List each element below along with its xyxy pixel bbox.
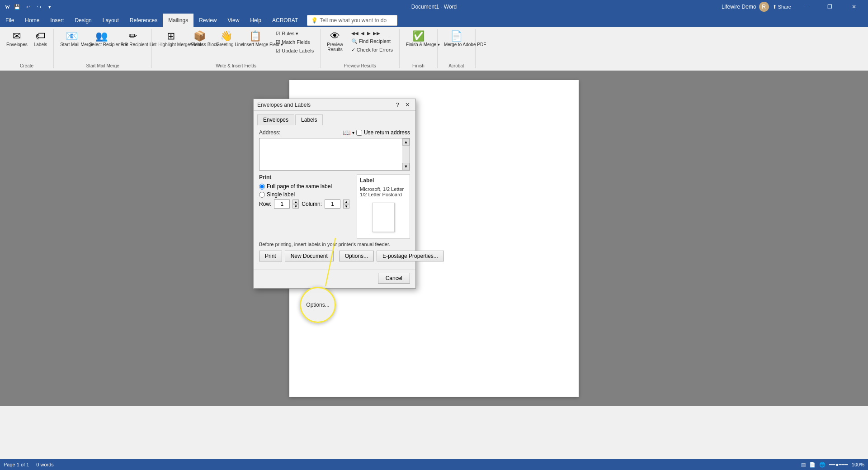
dialog-footer: Cancel <box>254 270 415 288</box>
row-col-row: Row: ▲ ▼ Column: ▲ ▼ <box>259 199 349 209</box>
address-book-icon[interactable]: 📖 <box>343 129 350 136</box>
epostage-btn[interactable]: E-postage Properties... <box>377 251 444 261</box>
dialog-title-buttons: ? ✕ <box>393 101 412 109</box>
address-scrollbar[interactable]: ▲ ▼ <box>402 138 410 170</box>
row-input[interactable] <box>274 199 290 209</box>
address-wrapper: ▲ ▼ <box>259 138 410 171</box>
print-section: Print Full page of the same label Single… <box>259 174 349 239</box>
col-label: Column: <box>302 201 322 207</box>
address-controls: 📖 ▾ Use return address <box>343 129 410 136</box>
address-label: Address: <box>259 129 280 136</box>
envelopes-tab[interactable]: Envelopes <box>257 114 294 125</box>
full-page-radio[interactable] <box>259 184 265 190</box>
labels-tab[interactable]: Labels <box>295 114 323 125</box>
dialog-overlay: Envelopes and Labels ? ✕ Envelopes Label… <box>0 0 868 470</box>
dialog-tabs: Envelopes Labels <box>254 111 415 125</box>
dialog-title-bar: Envelopes and Labels ? ✕ <box>254 99 415 111</box>
use-return-address-checkbox[interactable] <box>356 130 362 136</box>
print-label-columns: Print Full page of the same label Single… <box>259 174 410 239</box>
single-label-label: Single label <box>267 191 295 198</box>
row-spinner-btns: ▲ ▼ <box>292 199 299 209</box>
row-label: Row: <box>259 201 271 207</box>
label-line1: Microsoft, 1/2 Letter <box>360 186 407 192</box>
scroll-up-btn[interactable]: ▲ <box>402 138 410 146</box>
options-btn[interactable]: Options... <box>339 251 374 261</box>
print-section-title: Print <box>259 174 349 180</box>
col-up-btn[interactable]: ▲ <box>343 199 349 204</box>
use-return-address-label: Use return address <box>364 129 410 136</box>
address-dropdown-btn[interactable]: ▾ <box>352 130 354 135</box>
label-line2: 1/2 Letter Postcard <box>360 192 407 197</box>
dialog-title: Envelopes and Labels <box>257 102 311 108</box>
address-input[interactable] <box>259 138 402 170</box>
single-label-radio[interactable] <box>259 192 265 198</box>
full-page-label: Full page of the same label <box>267 183 332 190</box>
label-section-title: Label <box>360 177 407 184</box>
scroll-down-btn[interactable]: ▼ <box>402 163 410 170</box>
envelopes-labels-dialog: Envelopes and Labels ? ✕ Envelopes Label… <box>253 99 416 289</box>
dialog-help-btn[interactable]: ? <box>393 101 402 109</box>
notice-text: Before printing, insert labels in your p… <box>259 242 410 247</box>
magnifier-circle: Options... <box>300 287 336 323</box>
label-section: Label Microsoft, 1/2 Letter 1/2 Letter P… <box>357 174 410 239</box>
col-down-btn[interactable]: ▼ <box>343 204 349 209</box>
cancel-btn[interactable]: Cancel <box>378 273 410 284</box>
col-input[interactable] <box>325 199 340 209</box>
label-preview <box>360 199 407 236</box>
dialog-action-buttons: Print New Document Options... E-postage … <box>259 251 410 261</box>
col-spinner-btns: ▲ ▼ <box>343 199 349 209</box>
dialog-close-btn[interactable]: ✕ <box>403 101 412 109</box>
address-row: Address: 📖 ▾ Use return address <box>259 129 410 136</box>
row-down-btn[interactable]: ▼ <box>292 204 299 209</box>
full-page-radio-row: Full page of the same label <box>259 183 349 190</box>
magnifier-text: Options... <box>306 302 329 308</box>
dialog-body: Address: 📖 ▾ Use return address ▲ ▼ <box>254 125 415 267</box>
single-label-radio-row: Single label <box>259 191 349 198</box>
row-up-btn[interactable]: ▲ <box>292 199 299 204</box>
label-card <box>372 203 395 232</box>
new-document-btn[interactable]: New Document <box>285 251 334 261</box>
print-btn[interactable]: Print <box>259 251 282 261</box>
